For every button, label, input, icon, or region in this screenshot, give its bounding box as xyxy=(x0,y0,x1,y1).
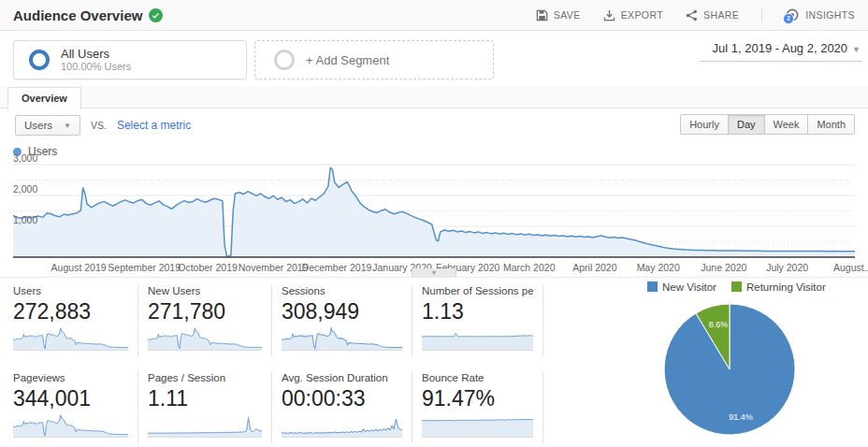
tab-strip: Overview xyxy=(0,86,868,108)
sessions-sparkline xyxy=(282,325,402,351)
save-button[interactable]: SAVE xyxy=(536,9,581,22)
granularity-day-button[interactable]: Day xyxy=(728,114,765,135)
segment-subtitle: 100.00% Users xyxy=(61,61,131,73)
x-tick: May 2020 xyxy=(637,262,680,273)
metric-cards-grid: Users 272,883 New Users 271,780 Sessions… xyxy=(13,285,543,443)
chevron-down-icon: ▼ xyxy=(64,122,71,130)
returning-visitor-swatch-icon xyxy=(731,281,742,292)
metric-selector-dropdown[interactable]: Users ▼ xyxy=(15,115,80,136)
pages-per-session-sparkline xyxy=(148,412,262,438)
header-divider xyxy=(761,7,762,22)
summary-section: Users 272,883 New Users 271,780 Sessions… xyxy=(0,277,868,447)
y-tick: 2,000 xyxy=(13,183,37,195)
metric-card-pages-per-session[interactable]: Pages / Session 1.11 xyxy=(138,372,272,443)
granularity-month-button[interactable]: Month xyxy=(807,114,855,135)
select-a-metric-link[interactable]: Select a metric xyxy=(117,119,191,132)
chevron-down-icon: ▼ xyxy=(852,45,861,54)
page-title-text: Audience Overview xyxy=(13,7,142,23)
metric-card-users[interactable]: Users 272,883 xyxy=(13,285,138,356)
chart-toolbar: Users ▼ VS. Select a metric Hourly Day W… xyxy=(0,109,868,141)
x-tick: December 2019 xyxy=(302,262,372,273)
bounce-rate-sparkline xyxy=(422,412,533,438)
export-button[interactable]: EXPORT xyxy=(603,9,663,22)
users-timeline-chart[interactable] xyxy=(13,157,855,259)
svg-text:8.6%: 8.6% xyxy=(709,320,729,329)
new-visitor-swatch-icon xyxy=(647,281,658,292)
segment-ring-icon xyxy=(29,50,50,70)
metric-card-pageviews[interactable]: Pageviews 344,001 xyxy=(13,372,138,443)
metric-card-new-users[interactable]: New Users 271,780 xyxy=(138,285,272,356)
valid-check-icon xyxy=(149,8,163,22)
avg-session-duration-sparkline xyxy=(282,412,402,438)
save-icon xyxy=(536,9,548,22)
app-header: Audience Overview SAVE EXPORT SHARE xyxy=(0,0,868,31)
new-users-sparkline xyxy=(148,325,262,351)
y-tick: 3,000 xyxy=(13,152,37,164)
visitor-type-pie-panel: New Visitor Returning Visitor 91.4%8.6% xyxy=(645,281,862,440)
pie-legend: New Visitor Returning Visitor xyxy=(645,281,862,293)
x-tick: September 2019 xyxy=(108,262,181,273)
insights-button[interactable]: 2 INSIGHTS xyxy=(785,8,855,22)
granularity-switcher: Hourly Day Week Month xyxy=(680,114,855,135)
users-sparkline xyxy=(13,325,128,351)
add-segment-label: + Add Segment xyxy=(306,53,389,67)
date-range-selector[interactable]: Jul 1, 2019 - Aug 2, 2020▼ xyxy=(700,37,862,62)
timeline-chart-panel: Users 1,0002,0003,000 August 2019Septemb… xyxy=(0,141,868,277)
metric-card-avg-session-duration[interactable]: Avg. Session Duration 00:00:33 xyxy=(272,372,412,443)
header-actions: SAVE EXPORT SHARE 2 INSIGHTS xyxy=(536,7,855,22)
x-tick: April 2020 xyxy=(572,262,616,273)
metric-card-sessions-per-user[interactable]: Number of Sessions per User 1.13 xyxy=(412,285,543,356)
insights-badge: 2 xyxy=(783,13,794,24)
add-segment-button[interactable]: + Add Segment xyxy=(254,40,494,79)
insights-icon: 2 xyxy=(785,8,800,22)
pie-legend-new-visitor: New Visitor xyxy=(647,281,716,293)
metric-card-bounce-rate[interactable]: Bounce Rate 91.47% xyxy=(412,372,543,443)
x-tick: June 2020 xyxy=(701,262,746,273)
x-tick: March 2020 xyxy=(503,262,555,273)
export-icon xyxy=(603,9,615,22)
sessions-per-user-sparkline xyxy=(422,325,533,351)
x-tick: July 2020 xyxy=(766,262,808,273)
share-button[interactable]: SHARE xyxy=(686,9,739,22)
x-tick: August... xyxy=(833,262,868,273)
vs-label: VS. xyxy=(91,120,107,131)
add-segment-ring-icon xyxy=(274,50,295,70)
tab-overview[interactable]: Overview xyxy=(7,87,81,109)
pie-legend-returning-visitor: Returning Visitor xyxy=(731,281,826,293)
svg-text:91.4%: 91.4% xyxy=(729,412,753,422)
y-tick: 1,000 xyxy=(13,214,37,225)
segments-bar: All Users 100.00% Users + Add Segment Ju… xyxy=(0,32,868,86)
share-icon xyxy=(686,9,698,22)
metric-card-sessions[interactable]: Sessions 308,949 xyxy=(272,285,412,356)
pageviews-sparkline xyxy=(13,412,128,438)
x-tick: November 2019 xyxy=(239,262,309,273)
granularity-week-button[interactable]: Week xyxy=(764,114,809,135)
granularity-hourly-button[interactable]: Hourly xyxy=(680,114,729,135)
segment-all-users[interactable]: All Users 100.00% Users xyxy=(13,40,247,79)
x-tick: August 2019 xyxy=(51,262,107,273)
page-title: Audience Overview xyxy=(13,7,163,23)
visitor-type-pie-chart[interactable]: 91.4%8.6% xyxy=(659,299,800,440)
segment-title: All Users xyxy=(61,47,131,61)
x-tick: October 2019 xyxy=(178,262,238,273)
